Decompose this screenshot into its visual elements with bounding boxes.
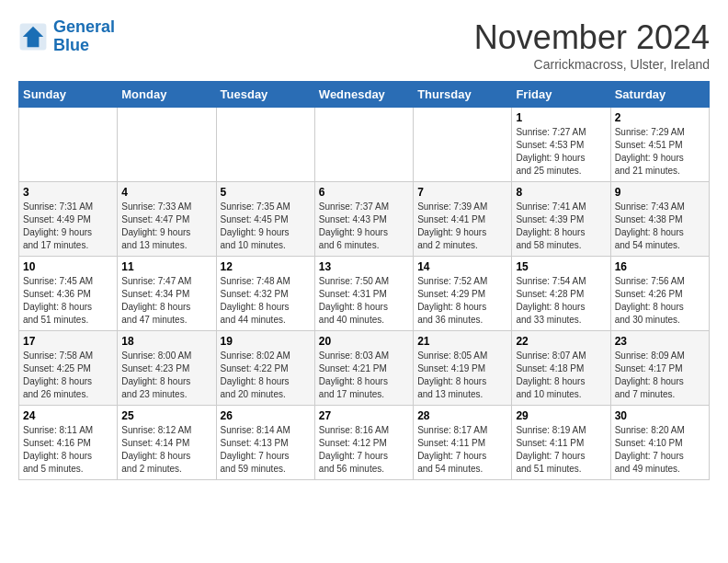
day-info: Sunrise: 7:45 AM Sunset: 4:36 PM Dayligh…	[23, 275, 113, 327]
day-number: 26	[221, 409, 311, 422]
location-subtitle: Carrickmacross, Ulster, Ireland	[474, 57, 710, 72]
day-number: 12	[221, 260, 311, 273]
day-number: 24	[23, 409, 113, 422]
day-info: Sunrise: 7:56 AM Sunset: 4:26 PM Dayligh…	[615, 275, 705, 327]
weekday-header-friday: Friday	[512, 82, 610, 108]
calendar-cell: 15Sunrise: 7:54 AM Sunset: 4:28 PM Dayli…	[512, 257, 610, 331]
day-number: 9	[615, 186, 705, 199]
day-info: Sunrise: 7:52 AM Sunset: 4:29 PM Dayligh…	[417, 275, 507, 327]
day-number: 27	[319, 409, 409, 422]
day-info: Sunrise: 8:16 AM Sunset: 4:12 PM Dayligh…	[319, 424, 409, 476]
calendar-cell: 5Sunrise: 7:35 AM Sunset: 4:45 PM Daylig…	[216, 182, 314, 257]
calendar-cell: 26Sunrise: 8:14 AM Sunset: 4:13 PM Dayli…	[216, 406, 314, 480]
day-info: Sunrise: 8:20 AM Sunset: 4:10 PM Dayligh…	[615, 424, 705, 476]
logo: General Blue	[18, 18, 115, 55]
day-number: 10	[23, 260, 113, 273]
calendar-cell: 19Sunrise: 8:02 AM Sunset: 4:22 PM Dayli…	[216, 331, 314, 406]
day-info: Sunrise: 7:43 AM Sunset: 4:38 PM Dayligh…	[615, 201, 705, 252]
weekday-header-thursday: Thursday	[414, 82, 512, 108]
day-info: Sunrise: 7:39 AM Sunset: 4:41 PM Dayligh…	[417, 201, 507, 252]
day-number: 4	[121, 186, 211, 199]
weekday-header-row: SundayMondayTuesdayWednesdayThursdayFrid…	[19, 82, 710, 108]
calendar-cell: 18Sunrise: 8:00 AM Sunset: 4:23 PM Dayli…	[118, 331, 216, 406]
day-info: Sunrise: 8:19 AM Sunset: 4:11 PM Dayligh…	[516, 424, 606, 476]
calendar-cell: 11Sunrise: 7:47 AM Sunset: 4:34 PM Dayli…	[118, 257, 216, 331]
day-number: 25	[121, 409, 211, 422]
calendar-cell: 12Sunrise: 7:48 AM Sunset: 4:32 PM Dayli…	[216, 257, 314, 331]
calendar-cell: 17Sunrise: 7:58 AM Sunset: 4:25 PM Dayli…	[19, 331, 118, 406]
calendar-cell: 1Sunrise: 7:27 AM Sunset: 4:53 PM Daylig…	[512, 108, 610, 182]
day-number: 3	[23, 186, 113, 199]
weekday-header-monday: Monday	[118, 82, 216, 108]
day-info: Sunrise: 8:12 AM Sunset: 4:14 PM Dayligh…	[121, 424, 211, 476]
calendar-cell: 3Sunrise: 7:31 AM Sunset: 4:49 PM Daylig…	[19, 182, 118, 257]
calendar-cell: 21Sunrise: 8:05 AM Sunset: 4:19 PM Dayli…	[414, 331, 512, 406]
day-number: 13	[319, 260, 409, 273]
header: General Blue November 2024 Carrickmacros…	[18, 18, 710, 72]
day-info: Sunrise: 7:33 AM Sunset: 4:47 PM Dayligh…	[121, 201, 211, 252]
day-number: 2	[615, 111, 705, 124]
day-info: Sunrise: 7:37 AM Sunset: 4:43 PM Dayligh…	[319, 201, 409, 252]
day-info: Sunrise: 8:14 AM Sunset: 4:13 PM Dayligh…	[221, 424, 311, 476]
day-info: Sunrise: 7:50 AM Sunset: 4:31 PM Dayligh…	[319, 275, 409, 327]
weekday-header-saturday: Saturday	[610, 82, 709, 108]
day-info: Sunrise: 8:00 AM Sunset: 4:23 PM Dayligh…	[121, 350, 211, 401]
calendar-cell: 30Sunrise: 8:20 AM Sunset: 4:10 PM Dayli…	[610, 406, 709, 480]
day-info: Sunrise: 8:07 AM Sunset: 4:18 PM Dayligh…	[516, 350, 606, 401]
calendar-cell: 13Sunrise: 7:50 AM Sunset: 4:31 PM Dayli…	[314, 257, 413, 331]
day-number: 6	[319, 186, 409, 199]
calendar-cell	[19, 108, 118, 182]
day-info: Sunrise: 7:29 AM Sunset: 4:51 PM Dayligh…	[615, 126, 705, 178]
calendar-cell: 9Sunrise: 7:43 AM Sunset: 4:38 PM Daylig…	[610, 182, 709, 257]
title-area: November 2024 Carrickmacross, Ulster, Ir…	[474, 18, 710, 72]
day-info: Sunrise: 7:35 AM Sunset: 4:45 PM Dayligh…	[221, 201, 311, 252]
calendar-cell: 25Sunrise: 8:12 AM Sunset: 4:14 PM Dayli…	[118, 406, 216, 480]
week-row-4: 17Sunrise: 7:58 AM Sunset: 4:25 PM Dayli…	[19, 331, 710, 406]
day-number: 18	[121, 335, 211, 348]
day-number: 16	[615, 260, 705, 273]
calendar-cell: 4Sunrise: 7:33 AM Sunset: 4:47 PM Daylig…	[118, 182, 216, 257]
month-title: November 2024	[474, 18, 710, 57]
day-number: 22	[516, 335, 606, 348]
day-number: 1	[516, 111, 606, 124]
calendar-cell: 10Sunrise: 7:45 AM Sunset: 4:36 PM Dayli…	[19, 257, 118, 331]
calendar-cell: 24Sunrise: 8:11 AM Sunset: 4:16 PM Dayli…	[19, 406, 118, 480]
calendar-cell	[414, 108, 512, 182]
day-number: 20	[319, 335, 409, 348]
week-row-2: 3Sunrise: 7:31 AM Sunset: 4:49 PM Daylig…	[19, 182, 710, 257]
logo-line2: Blue	[53, 36, 89, 54]
day-number: 17	[23, 335, 113, 348]
day-info: Sunrise: 7:31 AM Sunset: 4:49 PM Dayligh…	[23, 201, 113, 252]
day-number: 21	[417, 335, 507, 348]
logo-line1: General	[53, 17, 115, 36]
day-number: 14	[417, 260, 507, 273]
day-info: Sunrise: 8:17 AM Sunset: 4:11 PM Dayligh…	[417, 424, 507, 476]
calendar-cell: 23Sunrise: 8:09 AM Sunset: 4:17 PM Dayli…	[610, 331, 709, 406]
calendar-cell	[216, 108, 314, 182]
week-row-3: 10Sunrise: 7:45 AM Sunset: 4:36 PM Dayli…	[19, 257, 710, 331]
day-number: 30	[615, 409, 705, 422]
day-info: Sunrise: 8:02 AM Sunset: 4:22 PM Dayligh…	[221, 350, 311, 401]
day-info: Sunrise: 8:11 AM Sunset: 4:16 PM Dayligh…	[23, 424, 113, 476]
week-row-5: 24Sunrise: 8:11 AM Sunset: 4:16 PM Dayli…	[19, 406, 710, 480]
day-info: Sunrise: 7:41 AM Sunset: 4:39 PM Dayligh…	[516, 201, 606, 252]
day-info: Sunrise: 7:54 AM Sunset: 4:28 PM Dayligh…	[516, 275, 606, 327]
logo-icon	[18, 22, 48, 52]
weekday-header-wednesday: Wednesday	[314, 82, 413, 108]
day-info: Sunrise: 8:05 AM Sunset: 4:19 PM Dayligh…	[417, 350, 507, 401]
calendar-cell	[314, 108, 413, 182]
day-number: 23	[615, 335, 705, 348]
day-info: Sunrise: 8:09 AM Sunset: 4:17 PM Dayligh…	[615, 350, 705, 401]
logo-text: General Blue	[53, 18, 115, 55]
day-number: 15	[516, 260, 606, 273]
day-number: 11	[121, 260, 211, 273]
calendar-cell: 28Sunrise: 8:17 AM Sunset: 4:11 PM Dayli…	[414, 406, 512, 480]
day-info: Sunrise: 7:58 AM Sunset: 4:25 PM Dayligh…	[23, 350, 113, 401]
calendar-cell: 14Sunrise: 7:52 AM Sunset: 4:29 PM Dayli…	[414, 257, 512, 331]
calendar: SundayMondayTuesdayWednesdayThursdayFrid…	[18, 81, 710, 480]
day-number: 19	[221, 335, 311, 348]
calendar-cell: 20Sunrise: 8:03 AM Sunset: 4:21 PM Dayli…	[314, 331, 413, 406]
weekday-header-tuesday: Tuesday	[216, 82, 314, 108]
calendar-cell: 7Sunrise: 7:39 AM Sunset: 4:41 PM Daylig…	[414, 182, 512, 257]
weekday-header-sunday: Sunday	[19, 82, 118, 108]
